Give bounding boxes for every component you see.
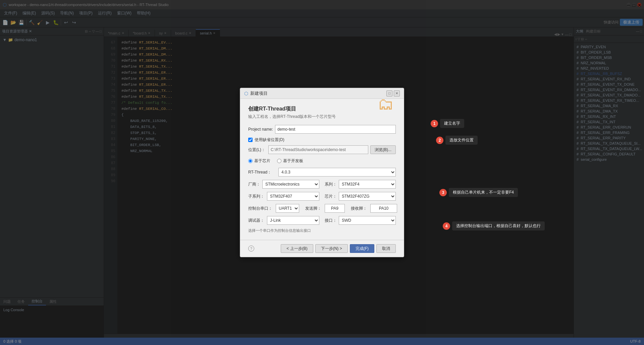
dialog-subtitle: 输入工程名，选择RT-Thread版本和一个芯片型号 — [248, 114, 396, 120]
rt-thread-label: RT-Thread： — [248, 169, 278, 175]
tx-label: 发送脚： — [305, 206, 322, 211]
footer-buttons: < 上一步(B) 下一步(N) > 完成(F) 取消 — [281, 244, 396, 253]
new-project-dialog: 🗂 ⬡ 新建项目 □ ✕ 创建RT-Thread项目 输入工程名，选择RT-Th… — [240, 88, 404, 257]
dialog-rt-icon: ⬡ — [244, 91, 248, 96]
annotation-1-container: 1 建立名字 — [431, 119, 464, 128]
cancel-button[interactable]: 取消 — [376, 244, 396, 253]
dialog-title: 新建项目 — [250, 90, 268, 96]
interface-select[interactable]: SWD — [339, 216, 396, 225]
annotation-bubble-2: 选放文件位置 — [445, 136, 478, 145]
radio-row: 基于芯片 基于开发板 — [248, 158, 396, 164]
rx-input[interactable] — [370, 204, 397, 213]
annotation-4-container: 4 选择控制台输出端口，根据自己喜好，默认也行 — [443, 221, 545, 230]
location-input[interactable] — [268, 145, 368, 154]
vendor-select[interactable]: STMicroelectronics — [262, 180, 319, 189]
project-name-row: Project name: — [248, 125, 396, 134]
subseries-select[interactable]: STM32F407 — [267, 192, 319, 201]
vendor-series-row: 厂商： STMicroelectronics 系列： STM32F4 — [248, 180, 396, 189]
location-label: 位置(L)： — [248, 147, 268, 153]
chip-select[interactable]: STM32F407ZG — [339, 192, 396, 201]
chip-label: 芯片： — [325, 194, 337, 199]
vendor-label: 厂商： — [248, 182, 260, 187]
footer-left: ? — [248, 246, 254, 252]
use-default-location-row: 使用缺省位置(D) — [248, 137, 396, 143]
debugger-label: 调试器： — [248, 218, 265, 223]
browse-button[interactable]: 浏览(B)... — [370, 145, 396, 154]
tx-input[interactable] — [325, 204, 345, 213]
dialog-section-title: 创建RT-Thread项目 — [248, 106, 396, 113]
folder-decoration-icon: 🗂 — [378, 95, 394, 113]
series-label: 系列： — [325, 182, 337, 187]
subseries-chip-row: 子系列： STM32F407 芯片： STM32F407ZG — [248, 192, 396, 201]
project-name-label: Project name: — [248, 127, 275, 132]
annotation-tooltip-4: 选择控制台输出端口，根据自己喜好，默认也行 — [452, 221, 545, 230]
vendor-item: 厂商： STMicroelectronics — [248, 180, 319, 189]
annotation-3-container: 3 根据自己单片机来，不一定非要F4 — [439, 188, 518, 197]
finish-button[interactable]: 完成(F) — [350, 244, 374, 253]
uart-row: 控制台串口： UART1 发送脚： 接收脚： — [248, 204, 396, 213]
chip-item: 芯片： STM32F407ZG — [325, 192, 396, 201]
debugger-item: 调试器： J-Link — [248, 216, 319, 225]
dialog-body: 创建RT-Thread项目 输入工程名，选择RT-Thread版本和一个芯片型号… — [240, 99, 404, 240]
annotation-circle-2: 2 — [436, 137, 443, 144]
dialog-footer: ? < 上一步(B) 下一步(N) > 完成(F) 取消 — [240, 240, 404, 257]
subseries-item: 子系列： STM32F407 — [248, 192, 319, 201]
use-default-checkbox[interactable] — [248, 138, 253, 142]
annotation-circle-3: 3 — [439, 189, 447, 196]
modal-overlay: 🗂 ⬡ 新建项目 □ ✕ 创建RT-Thread项目 输入工程名，选择RT-Th… — [0, 0, 644, 345]
uart-select[interactable]: UART1 — [276, 204, 299, 213]
radio-chip-option[interactable]: 基于芯片 — [248, 158, 270, 164]
next-button[interactable]: 下一步(N) > — [315, 244, 348, 253]
radio-chip[interactable] — [248, 159, 253, 163]
rt-thread-version-row: RT-Thread： 4.0.3 — [248, 168, 396, 177]
hint-text: 选择一个串口作为控制台信息输出接口 — [248, 228, 396, 233]
prev-button[interactable]: < 上一步(B) — [281, 244, 313, 253]
dialog-title-left: ⬡ 新建项目 — [244, 90, 268, 96]
location-row: 位置(L)： 浏览(B)... — [248, 145, 396, 154]
annotation-circle-4: 4 — [443, 222, 450, 230]
rt-thread-select[interactable]: 4.0.3 — [278, 168, 396, 177]
radio-board[interactable] — [277, 159, 281, 163]
annotation-2-container: 2 选放文件位置 — [436, 136, 478, 145]
project-name-input[interactable] — [275, 125, 396, 134]
interface-item: 接口： SWD — [325, 216, 396, 225]
help-button[interactable]: ? — [248, 246, 254, 252]
series-select[interactable]: STM32F4 — [339, 180, 396, 189]
rx-label: 接收脚： — [351, 206, 368, 211]
debugger-interface-row: 调试器： J-Link 接口： SWD — [248, 216, 396, 225]
annotation-circle-1: 1 — [431, 120, 438, 127]
use-default-label: 使用缺省位置(D) — [255, 137, 284, 143]
interface-label: 接口： — [325, 218, 337, 223]
dialog-close-btn[interactable]: ✕ — [394, 90, 400, 96]
debugger-select[interactable]: J-Link — [267, 216, 319, 225]
uart-label: 控制台串口： — [248, 206, 273, 211]
annotation-bubble-1: 建立名字 — [440, 119, 464, 128]
series-item: 系列： STM32F4 — [325, 180, 396, 189]
radio-board-option[interactable]: 基于开发板 — [277, 158, 303, 164]
subseries-label: 子系列： — [248, 194, 265, 199]
annotation-tooltip-3: 根据自己单片机来，不一定非要F4 — [449, 188, 518, 197]
